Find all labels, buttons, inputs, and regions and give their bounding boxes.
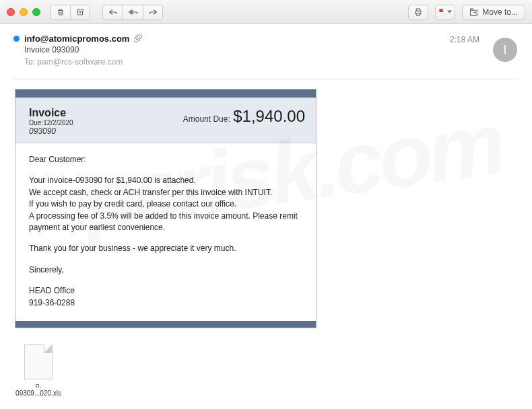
to-label: To:	[24, 57, 35, 67]
avatar[interactable]: I	[493, 38, 517, 62]
invoice-title: Invoice	[29, 107, 73, 119]
received-time: 2:18 AM	[450, 35, 479, 44]
move-to-label: Move to...	[482, 7, 518, 17]
flag-button[interactable]	[435, 5, 455, 20]
email-header: info@atomicpromos.com 2:18 AM I Invoice …	[0, 24, 532, 73]
attachment-icon	[134, 34, 142, 43]
forward-button[interactable]	[143, 5, 163, 20]
to-row: To: pam@rcs-software.com	[24, 57, 519, 67]
move-to-button[interactable]: Move to...	[462, 5, 525, 20]
reply-all-button[interactable]	[123, 5, 143, 20]
file-icon	[24, 344, 53, 379]
invoice-body-text: Dear Customer: Your invoice-093090 for $…	[15, 143, 316, 321]
minimize-window-icon[interactable]	[20, 8, 28, 16]
card-bottom-bar	[15, 321, 316, 328]
to-value: pam@rcs-software.com	[37, 57, 123, 67]
close-window-icon[interactable]	[7, 8, 15, 16]
titlebar: Move to...	[0, 0, 532, 24]
amount-label: Amount Due:	[183, 114, 230, 124]
email-subject: Invoice 093090	[24, 45, 519, 54]
amount-due: Amount Due: $1,940.00	[183, 107, 305, 126]
reply-group	[102, 5, 163, 20]
reply-button[interactable]	[102, 5, 123, 20]
archive-button[interactable]	[70, 5, 90, 20]
attachments-area: n. 09309...020.xls	[0, 338, 532, 404]
card-top-bar	[15, 89, 316, 98]
sender-address: info@atomicpromos.com	[24, 34, 129, 44]
amount-value: $1,940.00	[233, 107, 305, 125]
window-controls	[7, 8, 40, 16]
invoice-number: 093090	[29, 126, 73, 136]
fullscreen-window-icon[interactable]	[32, 8, 40, 16]
trash-button[interactable]	[50, 5, 70, 20]
unread-indicator-icon	[13, 36, 20, 42]
invoice-header: Invoice Due:12/2/2020 093090 Amount Due:…	[15, 98, 316, 143]
delete-archive-group	[50, 5, 90, 20]
print-button[interactable]	[408, 5, 428, 20]
invoice-due: Due:12/2/2020	[29, 119, 73, 126]
email-body: Invoice Due:12/2/2020 093090 Amount Due:…	[0, 79, 532, 338]
attachment-item[interactable]: n. 09309...020.xls	[15, 344, 62, 397]
attachment-filename: n. 09309...020.xls	[15, 382, 62, 397]
invoice-card: Invoice Due:12/2/2020 093090 Amount Due:…	[15, 89, 317, 328]
